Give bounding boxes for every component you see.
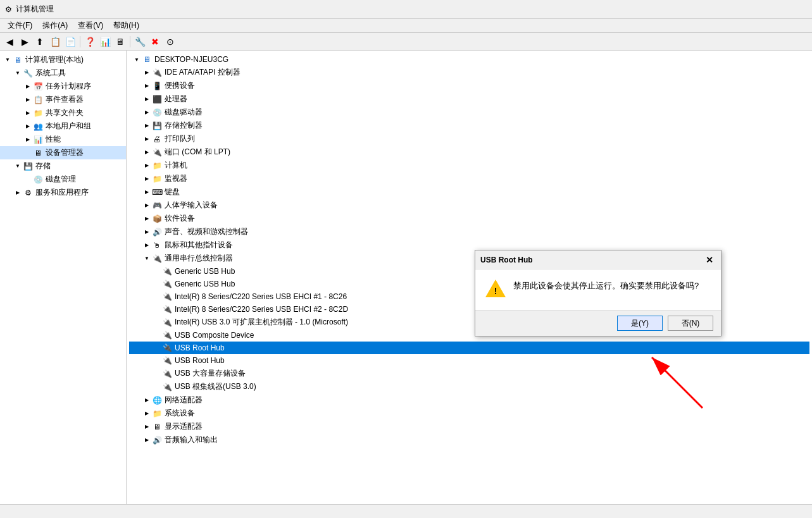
tree-hid-expand[interactable]: [142, 200, 152, 211]
expand-task[interactable]: [23, 82, 33, 92]
tree-cpu-icon: ⬛: [152, 94, 162, 104]
back-button[interactable]: ◀: [3, 35, 16, 49]
tree-audio-io[interactable]: 🔊 音频输入和输出: [129, 433, 809, 447]
dialog-yes-button[interactable]: 是(Y): [617, 316, 663, 331]
sidebar-item-devmgr[interactable]: 🖥 设备管理器: [0, 146, 126, 159]
computer-button[interactable]: 🖥: [113, 35, 127, 49]
tree-computer-expand[interactable]: [142, 161, 152, 171]
new-window-button[interactable]: 📄: [63, 35, 77, 49]
sidebar-item-system-tools[interactable]: 🔧 系统工具: [0, 66, 126, 80]
show-hide-button[interactable]: 📋: [48, 35, 62, 49]
tree-root1-label: USB Root Hub: [175, 343, 225, 352]
tree-print-expand[interactable]: [142, 134, 152, 144]
sidebar-item-storage[interactable]: 💾 存储: [0, 159, 126, 173]
tree-usb30-root[interactable]: 🔌 USB 根集线器(USB 3.0): [129, 380, 809, 393]
sidebar-item-perf[interactable]: 📊 性能: [0, 133, 126, 146]
expand-users[interactable]: [23, 121, 33, 132]
tree-storage-expand[interactable]: [142, 121, 152, 131]
tree-hid[interactable]: 🎮 人体学输入设备: [129, 199, 809, 212]
computer-icon: 🖥: [13, 55, 23, 65]
tree-composite-exp: [152, 330, 162, 340]
tree-network-expand[interactable]: [142, 395, 152, 405]
tree-root-expand[interactable]: [132, 54, 142, 65]
tree-computer[interactable]: 📁 计算机: [129, 159, 809, 172]
tree-software[interactable]: 📦 软件设备: [129, 212, 809, 225]
tool-button[interactable]: 🔧: [133, 35, 147, 49]
tree-cpu-expand[interactable]: [142, 94, 152, 104]
run-button[interactable]: ⊙: [163, 35, 177, 49]
tree-software-expand[interactable]: [142, 214, 152, 224]
tree-audio[interactable]: 🔊 声音、视频和游戏控制器: [129, 225, 809, 238]
expand-root[interactable]: [3, 55, 13, 65]
tree-system-dev[interactable]: 📁 系统设备: [129, 407, 809, 420]
sidebar-item-shared[interactable]: 📁 共享文件夹: [0, 106, 126, 120]
tree-usb-expand[interactable]: [142, 254, 152, 264]
sidebar-item-root[interactable]: 🖥 计算机管理(本地): [0, 53, 126, 66]
tree-keyboard-expand[interactable]: [142, 187, 152, 197]
tree-cpu[interactable]: ⬛ 处理器: [129, 92, 809, 106]
tree-audiio-expand[interactable]: [142, 435, 152, 445]
tree-ide[interactable]: 🔌 IDE ATA/ATAPI 控制器: [129, 66, 809, 79]
tree-disk-label: 磁盘驱动器: [165, 107, 203, 118]
sidebar-item-users[interactable]: 👥 本地用户和组: [0, 120, 126, 133]
expand-system[interactable]: [13, 68, 23, 78]
menu-view[interactable]: 查看(V): [73, 19, 108, 32]
delete-button[interactable]: ✖: [148, 35, 162, 49]
tree-audio-label: 声音、视频和游戏控制器: [165, 226, 248, 237]
tree-storage-ctrl[interactable]: 💾 存储控制器: [129, 119, 809, 132]
expand-services[interactable]: [13, 188, 23, 198]
tree-keyboard[interactable]: ⌨ 键盘: [129, 185, 809, 199]
expand-disk: [23, 175, 33, 185]
sidebar-item-services[interactable]: ⚙ 服务和应用程序: [0, 186, 126, 199]
tree-portable-expand[interactable]: [142, 81, 152, 91]
tree-audio-expand[interactable]: [142, 227, 152, 237]
dialog-close-button[interactable]: ✕: [703, 254, 716, 266]
tree-mass-storage[interactable]: 🔌 USB 大容量存储设备: [129, 367, 809, 380]
tree-monitor-label: 监视器: [165, 173, 187, 184]
tree-ide-label: IDE ATA/ATAPI 控制器: [165, 67, 240, 78]
expand-storage[interactable]: [13, 161, 23, 171]
tree-monitor[interactable]: 📁 监视器: [129, 172, 809, 185]
tree-root[interactable]: 🖥 DESKTOP-NJEU3CG: [129, 53, 809, 66]
sidebar-item-disk[interactable]: 💿 磁盘管理: [0, 173, 126, 186]
expand-shared[interactable]: [23, 108, 33, 118]
tree-sysdev-expand[interactable]: [142, 409, 152, 419]
tree-usb30-label: Intel(R) USB 3.0 可扩展主机控制器 - 1.0 (Microso…: [175, 317, 348, 328]
tree-sysdev-label: 系统设备: [165, 408, 195, 419]
menu-help[interactable]: 帮助(H): [108, 19, 144, 32]
menu-action[interactable]: 操作(A): [37, 19, 73, 32]
expand-perf[interactable]: [23, 135, 33, 145]
sidebar-item-event[interactable]: 📋 事件查看器: [0, 93, 126, 106]
help-button[interactable]: ❓: [83, 35, 97, 49]
tree-portable[interactable]: 📱 便携设备: [129, 79, 809, 92]
tree-usb-root-2[interactable]: 🔌 USB Root Hub: [129, 354, 809, 367]
tree-network[interactable]: 🌐 网络适配器: [129, 393, 809, 407]
tree-usb30root-icon: 🔌: [162, 382, 172, 392]
menu-file[interactable]: 文件(F): [3, 19, 37, 32]
tree-ide-expand[interactable]: [142, 68, 152, 78]
tree-hub2-label: Generic USB Hub: [175, 280, 235, 288]
tree-root2-icon: 🔌: [162, 355, 172, 366]
tree-computer-label: 计算机: [165, 160, 187, 171]
tree-network-icon: 🌐: [152, 395, 162, 405]
properties-button[interactable]: 📊: [98, 35, 112, 49]
tree-port-expand[interactable]: [142, 147, 152, 157]
expand-event[interactable]: [23, 95, 33, 105]
tree-audiio-icon: 🔊: [152, 435, 162, 445]
tree-disk-expand[interactable]: [142, 108, 152, 118]
tree-disk[interactable]: 💿 磁盘驱动器: [129, 106, 809, 119]
forward-button[interactable]: ▶: [18, 35, 32, 49]
tree-mass-label: USB 大容量存储设备: [175, 368, 246, 379]
tree-usb-root-1[interactable]: 🔌 USB Root Hub: [129, 342, 809, 354]
sidebar-item-task[interactable]: 📅 任务计划程序: [0, 80, 126, 93]
tree-port-label: 端口 (COM 和 LPT): [165, 147, 230, 157]
dialog-no-button[interactable]: 否(N): [668, 316, 713, 331]
up-button[interactable]: ⬆: [33, 35, 47, 49]
tree-display-expand[interactable]: [142, 422, 152, 432]
tree-display[interactable]: 🖥 显示适配器: [129, 420, 809, 433]
tree-monitor-expand[interactable]: [142, 174, 152, 184]
tree-audiio-label: 音频输入和输出: [165, 435, 218, 445]
tree-mouse-expand[interactable]: [142, 240, 152, 250]
tree-print[interactable]: 🖨 打印队列: [129, 132, 809, 145]
tree-port[interactable]: 🔌 端口 (COM 和 LPT): [129, 145, 809, 159]
